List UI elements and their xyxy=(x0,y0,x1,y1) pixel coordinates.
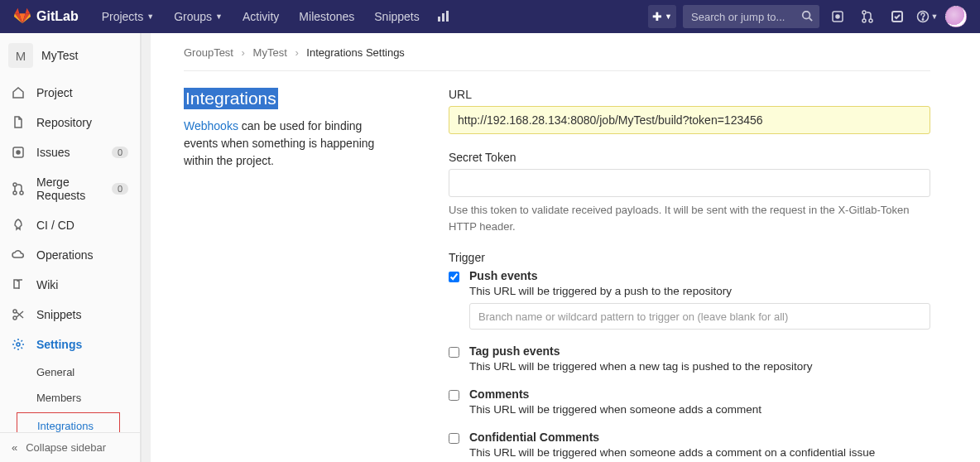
sidebar-sub-members[interactable]: Members xyxy=(0,385,140,411)
brand-text: GitLab xyxy=(36,9,79,24)
svg-rect-0 xyxy=(438,17,440,22)
new-dropdown[interactable]: ✚▼ xyxy=(648,5,676,28)
trigger-desc: This URL will be triggered when a new ta… xyxy=(469,360,930,373)
gitlab-logo[interactable]: GitLab xyxy=(13,7,79,27)
rocket-icon xyxy=(12,219,25,232)
tanuki-icon xyxy=(13,7,31,27)
sidebar-item-settings[interactable]: Settings xyxy=(0,330,140,359)
trigger-checkbox[interactable] xyxy=(449,433,459,444)
sidebar-sub-general[interactable]: General xyxy=(0,359,140,385)
main-content: GroupTest › MyTest › Integrations Settin… xyxy=(151,33,980,462)
help-dropdown[interactable]: ▼ xyxy=(915,5,939,28)
file-icon xyxy=(12,116,25,129)
trigger-title: Push events xyxy=(469,269,930,282)
svg-point-9 xyxy=(869,19,872,22)
trigger-row: Confidential CommentsThis URL will be tr… xyxy=(449,431,930,459)
svg-point-16 xyxy=(13,191,17,195)
page-title: Integrations xyxy=(184,88,278,109)
trigger-title: Confidential Comments xyxy=(469,431,930,444)
search-box xyxy=(683,5,819,28)
nav-projects[interactable]: Projects▼ xyxy=(94,0,163,33)
svg-point-19 xyxy=(13,316,17,320)
svg-point-15 xyxy=(13,183,17,186)
cloud-icon xyxy=(12,248,25,262)
nav-milestones[interactable]: Milestones xyxy=(291,0,363,33)
sidebar-item-wiki[interactable]: Wiki xyxy=(0,270,140,300)
collapse-sidebar[interactable]: «Collapse sidebar xyxy=(0,432,140,462)
trigger-title: Tag push events xyxy=(469,344,930,358)
sidebar-scrollbar[interactable] xyxy=(141,33,151,462)
chevron-down-icon: ▼ xyxy=(665,12,672,21)
svg-point-7 xyxy=(862,11,866,14)
svg-point-12 xyxy=(922,19,923,20)
breadcrumb-group[interactable]: GroupTest xyxy=(184,46,233,59)
breadcrumb: GroupTest › MyTest › Integrations Settin… xyxy=(184,46,930,71)
sidebar: M MyTest Project Repository Issues0 Merg… xyxy=(0,33,141,462)
svg-point-8 xyxy=(862,19,866,22)
svg-rect-2 xyxy=(446,11,449,22)
secret-token-label: Secret Token xyxy=(449,151,930,164)
svg-point-20 xyxy=(17,343,20,346)
home-icon xyxy=(12,86,25,99)
badge: 0 xyxy=(112,183,128,195)
sidebar-item-project[interactable]: Project xyxy=(0,78,140,108)
project-name: MyTest xyxy=(41,49,78,62)
merge-icon xyxy=(12,182,25,195)
chevron-right-icon: › xyxy=(242,46,245,59)
sidebar-item-cicd[interactable]: CI / CD xyxy=(0,210,140,240)
trigger-desc: This URL will be triggered by a push to … xyxy=(469,285,930,297)
scissors-icon xyxy=(12,308,25,321)
trigger-checkbox[interactable] xyxy=(449,272,459,282)
trigger-checkbox[interactable] xyxy=(449,390,459,401)
svg-point-17 xyxy=(20,191,23,195)
search-input[interactable] xyxy=(683,5,819,28)
svg-rect-1 xyxy=(442,13,444,22)
svg-point-14 xyxy=(17,151,20,154)
chevron-down-icon: ▼ xyxy=(931,12,939,21)
svg-point-6 xyxy=(836,15,839,18)
user-avatar[interactable] xyxy=(945,6,967,27)
sidebar-item-snippets[interactable]: Snippets xyxy=(0,300,140,330)
issues-icon xyxy=(12,146,25,159)
todos-icon[interactable] xyxy=(886,5,909,28)
chevron-right-icon: › xyxy=(295,46,298,59)
issues-icon[interactable] xyxy=(826,5,849,28)
sidebar-item-merge-requests[interactable]: Merge Requests0 xyxy=(0,167,140,210)
nav-snippets[interactable]: Snippets xyxy=(366,0,427,33)
sidebar-item-operations[interactable]: Operations xyxy=(0,240,140,270)
breadcrumb-project[interactable]: MyTest xyxy=(253,46,287,59)
trigger-checkbox[interactable] xyxy=(449,347,459,358)
chevron-down-icon: ▼ xyxy=(147,12,154,21)
badge: 0 xyxy=(112,147,128,158)
sidebar-item-repository[interactable]: Repository xyxy=(0,108,140,137)
sidebar-item-issues[interactable]: Issues0 xyxy=(0,137,140,167)
url-input[interactable] xyxy=(449,106,930,134)
sidebar-sub-integrations[interactable]: Integrations xyxy=(17,412,120,432)
trigger-desc: This URL will be triggered when someone … xyxy=(469,403,930,416)
trigger-label: Trigger xyxy=(449,251,930,264)
project-avatar: M xyxy=(8,43,33,68)
book-icon xyxy=(12,278,25,291)
nav-chart-icon[interactable] xyxy=(431,5,454,28)
gear-icon xyxy=(12,338,25,351)
url-label: URL xyxy=(449,88,930,101)
nav-groups[interactable]: Groups▼ xyxy=(166,0,231,33)
secret-token-input[interactable] xyxy=(449,169,930,197)
plus-icon: ✚ xyxy=(652,10,662,23)
chevron-down-icon: ▼ xyxy=(215,12,223,21)
webhooks-link[interactable]: Webhooks xyxy=(184,119,238,132)
trigger-row: Push eventsThis URL will be triggered by… xyxy=(449,269,930,330)
merge-requests-icon[interactable] xyxy=(856,5,879,28)
trigger-title: Comments xyxy=(469,387,930,401)
trigger-row: CommentsThis URL will be triggered when … xyxy=(449,387,930,416)
trigger-row: Tag push eventsThis URL will be triggere… xyxy=(449,344,930,373)
project-context[interactable]: M MyTest xyxy=(0,33,140,78)
secret-token-help: Use this token to validate received payl… xyxy=(449,202,930,234)
breadcrumb-current: Integrations Settings xyxy=(306,46,405,59)
top-navbar: GitLab Projects▼ Groups▼ Activity Milest… xyxy=(0,0,980,33)
trigger-desc: This URL will be triggered when someone … xyxy=(469,446,930,459)
trigger-branch-input[interactable] xyxy=(469,303,930,330)
page-description: Webhooks can be used for binding events … xyxy=(184,118,399,170)
nav-activity[interactable]: Activity xyxy=(234,0,287,33)
svg-point-18 xyxy=(13,310,17,313)
